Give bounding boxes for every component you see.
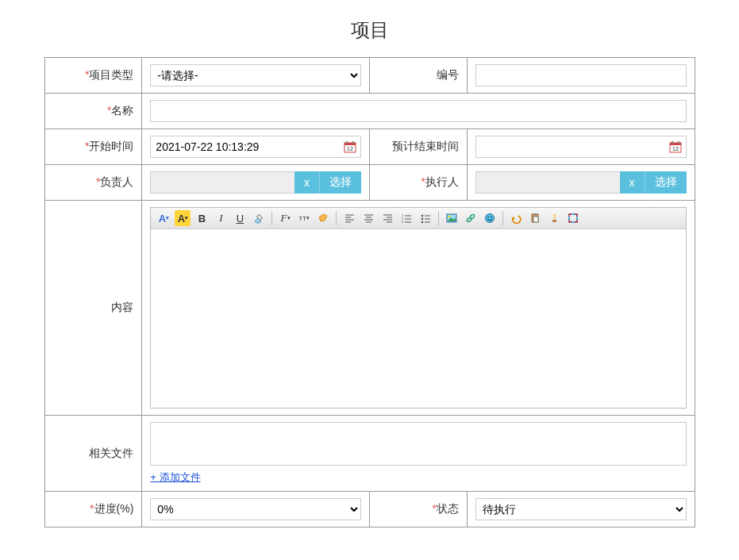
- clear-owner-button[interactable]: x: [294, 171, 320, 194]
- pick-executor-button[interactable]: 选择: [645, 171, 687, 194]
- select-progress[interactable]: 0%: [150, 498, 361, 520]
- input-serial-no[interactable]: [475, 64, 687, 86]
- calendar-icon: 12: [344, 140, 356, 153]
- svg-rect-3: [352, 141, 354, 144]
- input-end-time[interactable]: [476, 136, 669, 157]
- label-content: 内容: [44, 201, 142, 416]
- emoji-icon[interactable]: [482, 210, 498, 226]
- font-color-icon[interactable]: A▾: [156, 210, 171, 226]
- bold-icon[interactable]: B: [194, 210, 210, 226]
- label-start-time: *开始时间: [44, 129, 142, 165]
- editor-body[interactable]: [151, 229, 685, 408]
- ordered-list-icon[interactable]: 123: [398, 210, 414, 226]
- separator: [502, 211, 503, 225]
- input-executor: [475, 171, 620, 194]
- label-executor: *执行人: [369, 165, 467, 201]
- highlight-icon[interactable]: A▾: [175, 210, 191, 226]
- clear-executor-button[interactable]: x: [620, 171, 645, 194]
- label-owner: *负责人: [44, 165, 142, 201]
- svg-rect-49: [552, 220, 556, 222]
- svg-point-40: [470, 214, 475, 220]
- align-right-icon[interactable]: [379, 210, 395, 226]
- format-icon[interactable]: [315, 210, 331, 226]
- svg-point-30: [421, 214, 424, 217]
- select-project-type[interactable]: -请选择-: [150, 64, 361, 86]
- input-start-time[interactable]: [151, 136, 344, 157]
- svg-point-41: [486, 214, 495, 223]
- rich-text-editor: A▾ A▾ B I U F▾ тT▾: [150, 207, 686, 408]
- svg-point-32: [421, 217, 424, 220]
- fullscreen-icon[interactable]: [565, 210, 581, 226]
- label-progress: *进度(%): [44, 492, 142, 527]
- unordered-list-icon[interactable]: [418, 210, 433, 226]
- label-files: 相关文件: [44, 416, 142, 492]
- svg-text:3: 3: [402, 220, 404, 224]
- label-project-type: *项目类型: [44, 58, 142, 94]
- undo-icon[interactable]: [508, 210, 524, 226]
- svg-text:12: 12: [672, 146, 679, 152]
- separator: [438, 211, 439, 225]
- label-serial-no: 编号: [369, 58, 467, 94]
- svg-point-34: [421, 221, 424, 223]
- page-title: 项目: [8, 17, 731, 43]
- form-table: *项目类型 -请选择- 编号 *名称 *开始时间 12 预计结束时间: [44, 57, 695, 527]
- font-family-icon[interactable]: F▾: [277, 210, 293, 226]
- add-file-link[interactable]: + 添加文件: [150, 471, 200, 483]
- datepicker-end[interactable]: 12: [475, 136, 687, 158]
- align-left-icon[interactable]: [341, 210, 357, 226]
- input-owner: [150, 171, 294, 194]
- calendar-icon: 12: [669, 140, 682, 153]
- eraser-icon[interactable]: [251, 210, 267, 226]
- input-name[interactable]: [150, 100, 686, 122]
- paste-icon[interactable]: [527, 210, 543, 226]
- svg-point-42: [488, 217, 490, 218]
- svg-rect-47: [533, 217, 538, 222]
- image-icon[interactable]: [444, 210, 460, 226]
- label-status: *状态: [369, 492, 467, 527]
- svg-text:12: 12: [347, 146, 353, 152]
- svg-point-43: [491, 217, 493, 218]
- clear-format-icon[interactable]: [546, 210, 562, 226]
- font-size-icon[interactable]: тT▾: [296, 210, 312, 226]
- link-icon[interactable]: [463, 210, 479, 226]
- svg-rect-2: [346, 141, 348, 144]
- svg-rect-46: [533, 213, 537, 215]
- separator: [336, 211, 337, 225]
- svg-rect-50: [569, 214, 577, 222]
- label-name: *名称: [44, 94, 142, 129]
- svg-rect-7: [672, 141, 673, 144]
- separator: [271, 211, 272, 225]
- svg-point-37: [448, 216, 451, 218]
- pick-owner-button[interactable]: 选择: [320, 171, 361, 194]
- align-center-icon[interactable]: [360, 210, 376, 226]
- file-list-box: [150, 422, 686, 466]
- label-end-time: 预计结束时间: [369, 129, 467, 165]
- svg-rect-8: [678, 141, 679, 144]
- underline-icon[interactable]: U: [232, 210, 248, 226]
- italic-icon[interactable]: I: [213, 210, 229, 226]
- datepicker-start[interactable]: 12: [150, 136, 361, 158]
- select-status[interactable]: 待执行: [475, 498, 687, 520]
- svg-marker-48: [553, 214, 556, 220]
- editor-toolbar: A▾ A▾ B I U F▾ тT▾: [151, 208, 685, 229]
